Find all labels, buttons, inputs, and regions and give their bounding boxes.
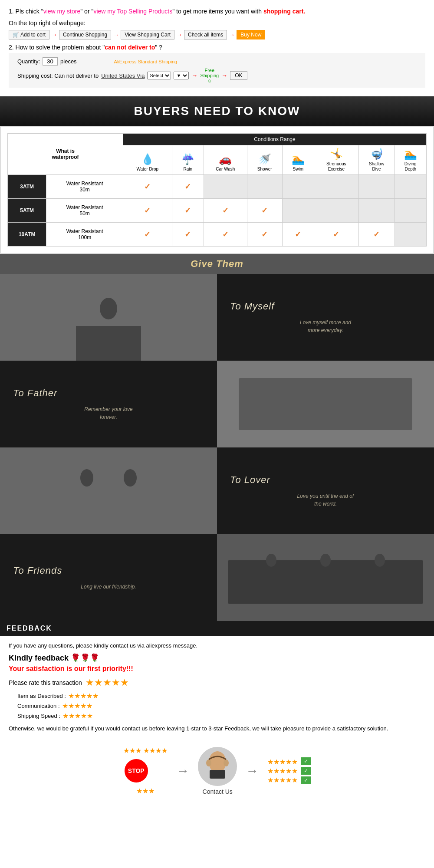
diving-depth-icon: 🏊: [397, 148, 424, 160]
check-all-items-button[interactable]: Check all items: [184, 30, 227, 39]
water-drop-icon: 💧: [125, 153, 170, 165]
gift-text-lover: To Lover Love you until the end ofthe wo…: [217, 447, 434, 534]
view-store-link[interactable]: view my store: [43, 8, 81, 15]
ok-arrow: →: [221, 72, 227, 79]
buy-now-button[interactable]: Buy Now: [237, 30, 265, 39]
lover-image-placeholder: [0, 447, 217, 534]
grey-5atm-5: [282, 199, 314, 223]
atm-3atm: 3ATM: [8, 175, 46, 199]
svg-point-12: [375, 554, 385, 567]
car-wash-label: Car Wash: [206, 167, 245, 172]
gift-image-father: [217, 361, 434, 447]
waterproof-section: What iswaterproof Conditions Range 💧 Wat…: [0, 126, 434, 254]
strenuous-icon: 🤸: [316, 148, 357, 160]
col-strenuous: 🤸 StrenuousExercise: [314, 145, 358, 175]
green-checks-column: ✓ ✓ ✓: [301, 757, 311, 784]
rain-icon: ☔: [174, 153, 202, 165]
col-shower: 🚿 Shower: [247, 145, 282, 175]
gift-text-father: To Father Remember your loveforever.: [0, 361, 217, 447]
table-row-5atm: 5ATM Water Resistant50m ✓ ✓ ✓ ✓: [8, 199, 427, 223]
cannot-deliver-section: Quantity: pieces AliExpress Standard Shi…: [9, 53, 425, 88]
grey-3atm-7: [358, 175, 395, 199]
quantity-input[interactable]: [43, 57, 58, 66]
low-stars-row1: ★★★ ★★★★: [123, 746, 168, 755]
grey-3atm-8: [395, 175, 426, 199]
flow-arrow-1: →: [176, 763, 189, 778]
continue-shopping-button[interactable]: Continue Shopping: [59, 30, 111, 39]
shipping-speed-label: Shipping Speed :: [17, 713, 60, 719]
check-10atm-4: ✓: [247, 223, 282, 247]
grey-10atm-8: [395, 223, 426, 247]
otherwise-text: Otherwise, we would be grateful if you w…: [9, 724, 425, 733]
shipping-method-select[interactable]: ▼: [174, 72, 189, 79]
give-them-header: Give Them: [0, 254, 434, 274]
headset-svg: [200, 749, 235, 784]
svg-point-16: [224, 760, 229, 766]
high-stars-item: ★★★★★ ★★★★★ ★★★★★ ✓ ✓ ✓: [267, 757, 311, 784]
desc-5atm: Water Resistant50m: [46, 199, 123, 223]
gift-title-friends: To Friends: [13, 565, 204, 576]
gift-text-friends: To Friends Long live our friendship.: [0, 534, 217, 621]
car-wash-icon: 🚗: [206, 153, 245, 165]
svg-point-17: [214, 758, 221, 765]
check-3atm-2: ✓: [172, 175, 204, 199]
shower-label: Shower: [249, 167, 280, 172]
col-diving-depth: 🏊 DivingDepth: [395, 145, 426, 175]
arrow-3: →: [176, 31, 182, 38]
communication-label: Communication :: [17, 703, 60, 709]
svg-point-1: [100, 298, 117, 319]
quantity-label: Quantity:: [17, 58, 40, 65]
grey-5atm-8: [395, 199, 426, 223]
check-10atm-1: ✓: [123, 223, 172, 247]
shallow-dive-icon: 🤿: [361, 148, 393, 160]
gift-image-myself: [0, 274, 217, 361]
grey-3atm-5: [282, 175, 314, 199]
check-5atm-3: ✓: [204, 199, 247, 223]
check-10atm-3: ✓: [204, 223, 247, 247]
step1-text: 1. Pls chick "view my store" or "view my…: [9, 7, 425, 16]
col-rain: ☔ Rain: [172, 145, 204, 175]
aliexpress-standard-label: AliExpress Standard Shipping: [114, 59, 178, 64]
strenuous-label: StrenuousExercise: [316, 161, 357, 172]
ok-button[interactable]: OK: [230, 71, 247, 80]
cart-steps: 🛒 Add to cert → Continue Shopping → View…: [9, 30, 425, 39]
feedback-header: FEEDBACK: [0, 621, 434, 636]
view-top-products-link[interactable]: view my Top Selling Products: [93, 8, 172, 15]
waterproof-table: What iswaterproof Conditions Range 💧 Wat…: [7, 133, 427, 247]
green-check-1: ✓: [301, 757, 311, 765]
shipping-select[interactable]: Select: [147, 72, 171, 79]
svg-point-15: [206, 760, 211, 766]
check-10atm-2: ✓: [172, 223, 204, 247]
shipping-row: Shipping cost: Can not deliver to United…: [17, 68, 417, 83]
shower-icon: 🚿: [249, 153, 280, 165]
check-10atm-6: ✓: [314, 223, 358, 247]
grey-3atm-3: [204, 175, 247, 199]
high-stars-stack: ★★★★★ ★★★★★ ★★★★★: [267, 758, 298, 784]
buyers-title: BUYERS NEED TO KNOW: [8, 104, 426, 118]
give-them-title: Give Them: [4, 258, 430, 270]
communication-row: Communication : ★★★★★: [17, 702, 425, 710]
united-states-label: United States Via: [101, 72, 145, 79]
view-shopping-cart-button[interactable]: View Shopping Cart: [121, 30, 174, 39]
gift-subtitle-myself: Love myself more andmore everyday.: [230, 319, 421, 334]
flow-arrow-2: →: [246, 763, 259, 778]
svg-point-6: [80, 469, 93, 487]
grey-5atm-6: [314, 199, 358, 223]
arrow-1: →: [51, 31, 57, 38]
add-to-cert-button[interactable]: 🛒 Add to cert: [9, 30, 49, 39]
table-row-3atm: 3ATM Water Resistant30m ✓ ✓: [8, 175, 427, 199]
gift-text-myself: To Myself Love myself more andmore every…: [217, 274, 434, 361]
instructions-section: 1. Pls chick "view my store" or "view my…: [0, 0, 434, 96]
shipping-speed-stars: ★★★★★: [62, 712, 93, 720]
top-right-label: On the top right of webpage:: [9, 20, 425, 26]
shopping-cart-label: shopping cart.: [263, 8, 305, 15]
rate-label: Please rate this transaction: [9, 679, 82, 686]
myself-image-placeholder: [0, 274, 217, 361]
check-5atm-2: ✓: [172, 199, 204, 223]
rate-stars: ★★★★★: [85, 677, 129, 688]
shipping-cost-label: Shipping cost: Can not deliver to: [17, 72, 99, 79]
kindly-feedback-row: Kindly feedback 🌹🌹🌹: [9, 653, 425, 663]
check-10atm-5: ✓: [282, 223, 314, 247]
friends-image-placeholder: [217, 534, 434, 621]
check-3atm-1: ✓: [123, 175, 172, 199]
